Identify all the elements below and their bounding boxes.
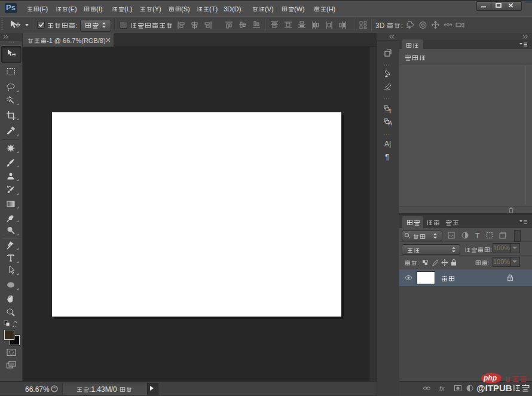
svg-text:A|: A| xyxy=(384,140,391,148)
svg-text:fx: fx xyxy=(439,385,445,392)
svg-text:¶: ¶ xyxy=(389,108,392,113)
svg-text:A: A xyxy=(389,120,393,127)
svg-text:T: T xyxy=(475,232,480,240)
svg-text:¶: ¶ xyxy=(385,152,389,161)
